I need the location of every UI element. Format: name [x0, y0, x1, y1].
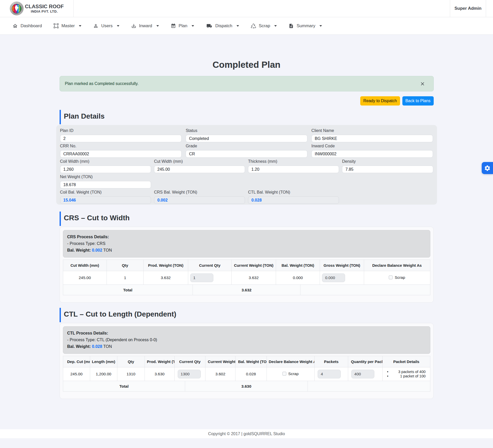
nav-item-scrap[interactable]: Scrap — [251, 23, 277, 28]
qty-cell: 1 — [107, 271, 143, 285]
qty-per-packet-input[interactable] — [351, 370, 374, 378]
packets-input[interactable] — [318, 370, 341, 378]
plan-id-input[interactable] — [60, 135, 182, 142]
close-icon — [420, 82, 425, 86]
scrap-label: Scrap — [395, 275, 405, 280]
column-header: Packet Details — [383, 356, 430, 367]
copyright-text: Copyright © 2017 | goldSQUIRREL Studio — [208, 432, 285, 436]
field-label: Density — [342, 159, 433, 164]
thickness-input[interactable] — [248, 166, 339, 173]
grade-input[interactable] — [186, 150, 307, 158]
chevron-down-icon — [236, 25, 239, 27]
field-label: CRR No. — [60, 144, 182, 149]
ctl-bal-weight-input — [248, 196, 339, 204]
current-qty-input[interactable] — [190, 273, 213, 282]
declare-balance-cell: Scrap — [267, 367, 315, 381]
field-coil-width: Coil Width (mm) — [60, 159, 151, 173]
column-header: Gross Weight (TON) — [320, 260, 364, 271]
nav-label: Scrap — [259, 23, 270, 28]
field-thickness: Thickness (mm) — [248, 159, 339, 173]
inward-code-input[interactable] — [311, 150, 433, 158]
column-header: Dep. Cut (mm) — [63, 356, 90, 367]
alert-close-button[interactable] — [420, 82, 425, 86]
prod-weight-cell: 3.632 — [144, 271, 188, 285]
column-header: Qty — [107, 260, 143, 271]
crr-no-input[interactable] — [60, 150, 182, 158]
bounding-box-icon — [54, 23, 59, 28]
column-header: Prod. Weight (TON) — [145, 356, 175, 367]
nav-item-dispatch[interactable]: Dispatch — [206, 23, 239, 29]
packets-cell — [315, 367, 348, 381]
scrap-checkbox[interactable] — [389, 275, 393, 279]
ctl-section-heading: CTL – Cut to Length (Dependent) — [60, 308, 434, 322]
bullet-icon: • — [387, 374, 391, 378]
coil-width-input[interactable] — [60, 166, 151, 173]
company-logo-icon: CLASSIC ROOF INDIA PVT. LTD. — [10, 2, 24, 15]
net-weight-input[interactable] — [60, 181, 151, 188]
scrap-checkbox[interactable] — [282, 372, 286, 376]
client-name-input[interactable] — [311, 135, 433, 142]
total-value: 3.630 — [185, 381, 307, 391]
download-tray-icon — [131, 23, 136, 28]
top-bar: CLASSIC ROOF INDIA PVT. LTD. CLASSIC ROO… — [0, 0, 493, 17]
nav-item-plan[interactable]: Plan — [171, 23, 194, 28]
nav-label: Plan — [179, 23, 187, 28]
density-input[interactable] — [342, 166, 433, 173]
field-client-name: Client Name — [311, 128, 433, 142]
field-label: Coil Width (mm) — [60, 159, 151, 164]
qty-cell: 1310 — [117, 367, 145, 381]
column-header: Bal. Weight (TON) — [276, 260, 320, 271]
bullet-icon: • — [387, 370, 391, 374]
page-footer: Copyright © 2017 | goldSQUIRREL Studio — [0, 429, 493, 438]
cut-width-input[interactable] — [154, 166, 245, 173]
nav-item-users[interactable]: Users — [93, 23, 119, 28]
field-status: Status — [186, 128, 307, 142]
dep-cut-cell: 245.00 — [63, 367, 90, 381]
process-title: CRS Process Details: — [67, 234, 426, 240]
plan-details-heading: Plan Details — [60, 110, 434, 124]
gross-weight-cell — [320, 271, 364, 285]
user-menu[interactable]: Super Admin — [450, 0, 486, 17]
nav-item-summary[interactable]: Summary — [289, 23, 322, 28]
footer-empty-cell — [308, 381, 430, 391]
nav-label: Summary — [297, 23, 315, 28]
field-label: Net Weight (TON) — [60, 174, 151, 179]
settings-button[interactable] — [482, 162, 493, 174]
current-qty-input[interactable] — [178, 370, 201, 378]
current-weight-cell: 3.632 — [232, 271, 276, 285]
packet-details-cell: •3 packets of 400 •1 packet of 100 — [383, 367, 430, 381]
column-header: Declare Balance Weight As — [267, 356, 315, 367]
field-label: Grade — [186, 144, 307, 149]
ctl-table: Dep. Cut (mm) Length (mm) Qty Prod. Weig… — [63, 356, 430, 381]
brand-logo-block[interactable]: CLASSIC ROOF INDIA PVT. LTD. CLASSIC ROO… — [0, 0, 74, 17]
nav-item-inward[interactable]: Inward — [131, 23, 159, 28]
gross-weight-input[interactable] — [322, 273, 345, 282]
table-row: 245.00 1 3.632 3.632 0.000 — [63, 271, 430, 285]
total-value: 3.632 — [193, 285, 300, 295]
nav-item-master[interactable]: Master — [54, 23, 81, 28]
back-to-plans-button[interactable]: Back to Plans — [402, 96, 434, 106]
field-label: CRS Bal. Weight (TON) — [154, 190, 245, 195]
field-net-weight: Net Weight (TON) — [60, 174, 151, 188]
column-header: Prod. Weight (TON) — [144, 260, 188, 271]
packet-detail-text: 3 packets of 400 — [391, 370, 425, 374]
field-crs-bal-weight: CRS Bal. Weight (TON) — [154, 190, 245, 204]
field-label: Inward Code — [311, 144, 433, 149]
plan-details-panel: Plan ID Status Client Name CRR No. — [56, 125, 437, 205]
home-icon — [13, 23, 18, 28]
nav-item-dashboard[interactable]: Dashboard — [13, 23, 42, 28]
field-coil-bal-weight: Coil Bal. Weight (TON) — [60, 190, 151, 204]
nav-label: Inward — [139, 23, 152, 28]
recycle-icon — [251, 23, 256, 28]
field-ctl-bal-weight: CTL Bal. Weight (TON) — [248, 190, 339, 204]
column-header: Quantity per Packet — [348, 356, 382, 367]
user-name: Super Admin — [454, 6, 481, 11]
status-input[interactable] — [186, 135, 307, 142]
ready-to-dispatch-button[interactable]: Ready to Dispatch — [360, 96, 400, 106]
length-cell: 1,200.00 — [90, 367, 117, 381]
field-inward-code: Inward Code — [311, 144, 433, 158]
document-icon — [289, 23, 294, 28]
field-label: Thickness (mm) — [248, 159, 339, 164]
nav-label: Users — [101, 23, 112, 28]
crs-section-heading: CRS – Cut to Width — [60, 212, 434, 226]
